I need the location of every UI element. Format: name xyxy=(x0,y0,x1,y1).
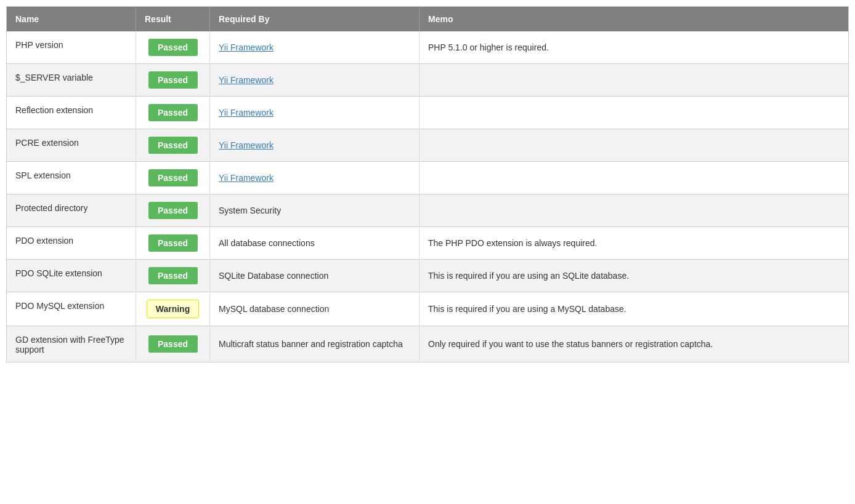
header-name: Name xyxy=(7,7,136,32)
result-badge: Passed xyxy=(148,169,198,186)
cell-name: $_SERVER variable xyxy=(7,64,136,97)
table-row: Reflection extensionPassedYii Framework xyxy=(7,97,849,129)
required-by-link[interactable]: Yii Framework xyxy=(219,75,274,85)
cell-memo xyxy=(419,129,849,162)
cell-memo: This is required if you are using an SQL… xyxy=(419,260,849,292)
required-by-link[interactable]: Yii Framework xyxy=(219,173,274,183)
cell-name: GD extension with FreeType support xyxy=(7,326,136,362)
result-badge: Passed xyxy=(148,267,198,284)
cell-required-by: MySQL database connection xyxy=(210,292,419,326)
cell-result: Passed xyxy=(136,31,210,64)
table-wrapper: Name Result Required By Memo PHP version… xyxy=(0,0,855,504)
cell-memo: The PHP PDO extension is always required… xyxy=(419,227,849,260)
result-badge: Passed xyxy=(148,71,198,89)
cell-required-by: Multicraft status banner and registratio… xyxy=(210,326,419,362)
header-required-by: Required By xyxy=(210,7,419,32)
result-badge: Passed xyxy=(148,234,198,252)
cell-name: PDO SQLite extension xyxy=(7,260,136,292)
cell-name: PDO extension xyxy=(7,227,136,260)
cell-result: Warning xyxy=(136,292,210,326)
result-badge: Passed xyxy=(148,137,198,154)
cell-memo xyxy=(419,97,849,129)
cell-memo: Only required if you want to use the sta… xyxy=(419,326,849,362)
cell-memo: This is required if you are using a MySQ… xyxy=(419,292,849,326)
cell-name: Reflection extension xyxy=(7,97,136,129)
required-by-link[interactable]: Yii Framework xyxy=(219,140,274,150)
cell-result: Passed xyxy=(136,260,210,292)
cell-result: Passed xyxy=(136,162,210,194)
cell-required-by[interactable]: Yii Framework xyxy=(210,64,419,97)
cell-required-by[interactable]: Yii Framework xyxy=(210,162,419,194)
cell-name: SPL extension xyxy=(7,162,136,194)
table-row: $_SERVER variablePassedYii Framework xyxy=(7,64,849,97)
cell-result: Passed xyxy=(136,129,210,162)
table-header-row: Name Result Required By Memo xyxy=(7,7,849,32)
table-row: SPL extensionPassedYii Framework xyxy=(7,162,849,194)
cell-result: Passed xyxy=(136,64,210,97)
requirements-table: Name Result Required By Memo PHP version… xyxy=(6,6,849,362)
required-by-link[interactable]: Yii Framework xyxy=(219,108,274,118)
table-row: PDO MySQL extensionWarningMySQL database… xyxy=(7,292,849,326)
result-badge: Passed xyxy=(148,335,198,353)
cell-memo xyxy=(419,64,849,97)
table-row: PDO extensionPassedAll database connecti… xyxy=(7,227,849,260)
result-badge: Passed xyxy=(148,39,198,56)
cell-required-by: SQLite Database connection xyxy=(210,260,419,292)
cell-memo xyxy=(419,162,849,194)
cell-result: Passed xyxy=(136,227,210,260)
cell-name: PCRE extension xyxy=(7,129,136,162)
cell-name: PDO MySQL extension xyxy=(7,292,136,326)
cell-result: Passed xyxy=(136,326,210,362)
result-badge: Passed xyxy=(148,104,198,121)
cell-name: PHP version xyxy=(7,31,136,64)
cell-result: Passed xyxy=(136,97,210,129)
result-badge: Passed xyxy=(148,202,198,219)
cell-required-by[interactable]: Yii Framework xyxy=(210,97,419,129)
table-row: PDO SQLite extensionPassedSQLite Databas… xyxy=(7,260,849,292)
header-memo: Memo xyxy=(419,7,849,32)
cell-memo xyxy=(419,194,849,227)
cell-required-by[interactable]: Yii Framework xyxy=(210,129,419,162)
required-by-link[interactable]: Yii Framework xyxy=(219,42,274,52)
table-row: PCRE extensionPassedYii Framework xyxy=(7,129,849,162)
table-row: Protected directoryPassedSystem Security xyxy=(7,194,849,227)
table-row: PHP versionPassedYii FrameworkPHP 5.1.0 … xyxy=(7,31,849,64)
cell-required-by[interactable]: Yii Framework xyxy=(210,31,419,64)
table-row: GD extension with FreeType supportPassed… xyxy=(7,326,849,362)
header-result: Result xyxy=(136,7,210,32)
cell-memo: PHP 5.1.0 or higher is required. xyxy=(419,31,849,64)
cell-name: Protected directory xyxy=(7,194,136,227)
cell-required-by: System Security xyxy=(210,194,419,227)
cell-result: Passed xyxy=(136,194,210,227)
cell-required-by: All database connections xyxy=(210,227,419,260)
result-badge: Warning xyxy=(147,300,199,318)
